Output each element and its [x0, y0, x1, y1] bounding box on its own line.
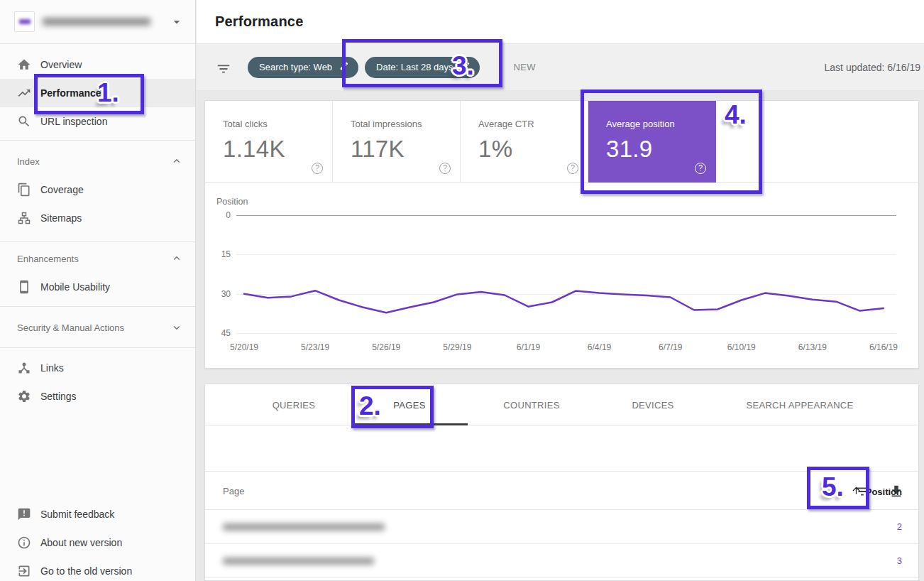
sidebar-item-links[interactable]: Links: [0, 354, 195, 382]
chevron-up-icon: [170, 154, 184, 168]
sidebar-item-url-inspection[interactable]: URL inspection: [0, 107, 195, 136]
y-axis-title: Position: [216, 197, 248, 207]
search-console-app: Overview Performance URL inspection Inde…: [0, 0, 924, 581]
footer-nav: Submit feedback About new version Go to …: [0, 500, 195, 581]
sidebar-item-label: Submit feedback: [40, 509, 114, 520]
chevron-up-icon: [170, 251, 184, 266]
pencil-icon: [461, 61, 471, 73]
position-value: 2: [897, 521, 902, 532]
y-axis-tick-label: 0: [205, 210, 231, 220]
table-row[interactable]: 2: [205, 510, 918, 544]
help-icon[interactable]: ?: [567, 163, 578, 174]
site-selector[interactable]: [0, 0, 195, 44]
help-icon[interactable]: ?: [439, 163, 451, 174]
x-axis-tick-label: 5/26/19: [372, 342, 400, 352]
total-impressions-card[interactable]: Total impressions 117K ?: [333, 101, 461, 183]
secondary-nav: Links Settings: [0, 348, 195, 411]
info-icon: [17, 536, 31, 550]
caret-down-icon[interactable]: [170, 15, 184, 29]
x-axis-tick-label: 5/20/19: [230, 342, 258, 352]
performance-chart-card: Total clicks 1.14K ? Total impressions 1…: [204, 100, 919, 369]
page-title: Performance: [215, 13, 303, 30]
sidebar-item-about-new-version[interactable]: About new version: [0, 528, 195, 557]
last-updated-text: Last updated: 6/16/19: [825, 62, 920, 73]
x-axis-tick-label: 5/23/19: [301, 342, 329, 352]
sidebar-item-go-to-old-version[interactable]: Go to the old version: [0, 557, 195, 581]
tab-queries[interactable]: QUERIES: [273, 384, 316, 425]
position-value: 3: [897, 555, 902, 566]
column-header-page: Page: [223, 486, 244, 496]
mobile-icon: [17, 280, 31, 294]
help-icon[interactable]: ?: [312, 163, 323, 174]
x-axis-tick-label: 6/16/19: [869, 342, 898, 352]
total-clicks-card[interactable]: Total clicks 1.14K ?: [205, 101, 333, 183]
position-sort-control[interactable]: Position: [851, 485, 902, 499]
filter-bar: Search type: Web Date: Last 28 days NEW …: [197, 44, 924, 90]
y-axis-tick-label: 45: [205, 328, 231, 338]
table-row[interactable]: 3: [205, 544, 918, 578]
sidebar-item-performance[interactable]: Performance: [0, 79, 195, 107]
sidebar-item-label: Performance: [40, 87, 101, 99]
sidebar-item-label: Go to the old version: [40, 565, 132, 577]
tab-devices[interactable]: DEVICES: [632, 384, 673, 425]
sidebar-item-overview[interactable]: Overview: [0, 50, 195, 79]
y-axis-tick-label: 15: [205, 249, 231, 259]
exit-icon: [17, 564, 31, 578]
tab-search-appearance[interactable]: SEARCH APPEARANCE: [746, 384, 853, 425]
tab-pages[interactable]: PAGES: [393, 384, 425, 425]
search-type-filter-chip[interactable]: Search type: Web: [248, 57, 358, 78]
sidebar-item-label: URL inspection: [40, 116, 107, 127]
dimensions-table-card: QUERIES PAGES COUNTRIES DEVICES SEARCH A…: [204, 384, 919, 581]
average-position-card[interactable]: Average position 31.9 ?: [588, 101, 716, 183]
home-icon: [17, 58, 31, 72]
page-header: Performance: [197, 0, 924, 44]
position-line-chart: [236, 215, 896, 333]
sitemaps-icon: [17, 211, 31, 225]
tab-countries[interactable]: COUNTRIES: [503, 384, 559, 425]
site-logo: [14, 11, 35, 32]
sidebar-item-mobile-usability[interactable]: Mobile Usability: [0, 273, 195, 301]
sidebar-item-submit-feedback[interactable]: Submit feedback: [0, 500, 195, 528]
sidebar-item-label: Settings: [40, 391, 77, 402]
x-axis-tick-label: 6/13/19: [798, 342, 827, 352]
sidebar-item-label: Sitemaps: [40, 212, 82, 224]
table-toolbar: [205, 425, 918, 472]
links-icon: [17, 361, 31, 375]
x-axis-tick-label: 6/7/19: [659, 342, 682, 352]
y-axis-tick-label: 30: [205, 289, 231, 299]
sidebar-item-label: Mobile Usability: [40, 281, 110, 293]
column-header-position: Position: [866, 487, 902, 497]
sidebar-item-settings[interactable]: Settings: [0, 382, 195, 411]
x-axis-tick-label: 5/29/19: [443, 342, 471, 352]
site-name-redacted: [43, 18, 150, 26]
sidebar-item-label: Overview: [40, 59, 82, 70]
date-filter-chip[interactable]: Date: Last 28 days: [365, 57, 479, 78]
page-url-redacted: [223, 558, 374, 565]
x-axis-tick-label: 6/10/19: [727, 342, 756, 352]
sidebar-item-coverage[interactable]: Coverage: [0, 175, 195, 204]
chevron-down-icon: [170, 320, 184, 335]
sidebar-item-sitemaps[interactable]: Sitemaps: [0, 204, 195, 232]
new-badge: NEW: [514, 62, 537, 72]
gridline: [236, 333, 896, 334]
coverage-icon: [17, 183, 31, 197]
sidebar-item-label: Links: [40, 362, 64, 374]
page-url-redacted: [223, 523, 385, 531]
filter-icon[interactable]: [216, 61, 231, 74]
help-icon[interactable]: ?: [695, 163, 706, 174]
section-header-security-manual-actions[interactable]: Security & Manual Actions: [0, 313, 195, 342]
average-ctr-card[interactable]: Average CTR 1% ?: [461, 101, 588, 183]
arrow-upward-icon: [851, 485, 862, 499]
sidebar-item-label: Coverage: [40, 184, 84, 195]
section-header-index[interactable]: Index: [0, 147, 195, 175]
primary-nav: Overview Performance URL inspection: [0, 44, 195, 136]
divider: [0, 241, 195, 242]
pencil-icon: [339, 61, 349, 73]
x-axis-tick-label: 6/4/19: [588, 342, 611, 352]
dimension-tabs: QUERIES PAGES COUNTRIES DEVICES SEARCH A…: [205, 384, 918, 425]
section-header-enhancements[interactable]: Enhancements: [0, 244, 195, 273]
table-header-row: Page Position: [205, 472, 918, 510]
feedback-icon: [17, 507, 31, 521]
x-axis-tick-label: 6/1/19: [517, 342, 540, 352]
metric-tiles: Total clicks 1.14K ? Total impressions 1…: [205, 101, 918, 183]
